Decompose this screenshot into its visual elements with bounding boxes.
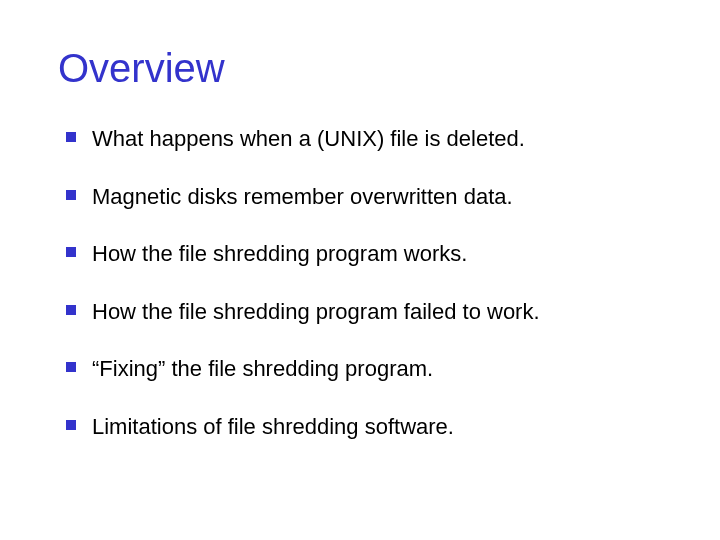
list-item: Limitations of file shredding software. bbox=[58, 413, 662, 441]
square-bullet-icon bbox=[66, 362, 76, 372]
square-bullet-icon bbox=[66, 420, 76, 430]
bullet-text: Limitations of file shredding software. bbox=[92, 414, 454, 439]
bullet-text: Magnetic disks remember overwritten data… bbox=[92, 184, 513, 209]
bullet-list: What happens when a (UNIX) file is delet… bbox=[58, 125, 662, 440]
square-bullet-icon bbox=[66, 305, 76, 315]
square-bullet-icon bbox=[66, 247, 76, 257]
list-item: Magnetic disks remember overwritten data… bbox=[58, 183, 662, 211]
list-item: How the file shredding program failed to… bbox=[58, 298, 662, 326]
bullet-text: How the file shredding program failed to… bbox=[92, 299, 540, 324]
list-item: “Fixing” the file shredding program. bbox=[58, 355, 662, 383]
bullet-text: “Fixing” the file shredding program. bbox=[92, 356, 433, 381]
square-bullet-icon bbox=[66, 132, 76, 142]
bullet-text: What happens when a (UNIX) file is delet… bbox=[92, 126, 525, 151]
bullet-text: How the file shredding program works. bbox=[92, 241, 467, 266]
square-bullet-icon bbox=[66, 190, 76, 200]
list-item: How the file shredding program works. bbox=[58, 240, 662, 268]
slide: Overview What happens when a (UNIX) file… bbox=[0, 0, 720, 540]
slide-title: Overview bbox=[58, 46, 662, 91]
list-item: What happens when a (UNIX) file is delet… bbox=[58, 125, 662, 153]
